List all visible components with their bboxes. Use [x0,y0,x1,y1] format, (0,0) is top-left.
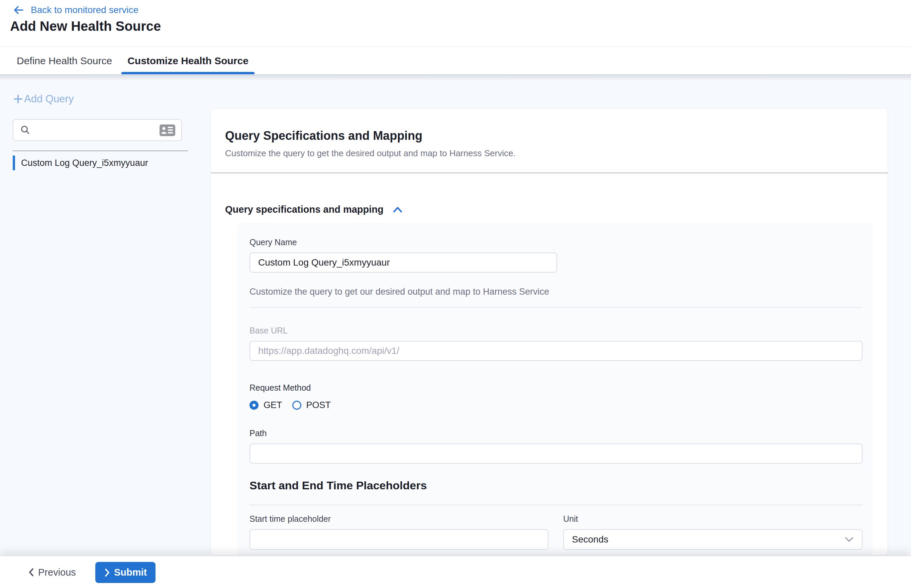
divider [211,173,888,173]
previous-button[interactable]: Previous [28,556,76,588]
time-placeholders-heading: Start and End Time Placeholders [249,479,863,492]
radio-post-label: POST [306,400,331,410]
chevron-up-icon [392,206,403,213]
chevron-left-icon [28,568,34,577]
chevron-right-icon [104,568,110,577]
back-link[interactable]: Back to monitored service [13,5,139,15]
back-link-label: Back to monitored service [31,5,139,15]
radio-get[interactable] [249,401,258,410]
panel-title: Query Specifications and Mapping [225,129,874,143]
add-query-label: Add Query [24,93,74,105]
page-header: Back to monitored service Add New Health… [0,0,911,47]
section-title: Query specifications and mapping [225,204,384,215]
request-method-group: GET POST [249,400,863,410]
sidebar-divider [13,150,188,151]
request-method-label: Request Method [249,383,863,393]
footer-bar: Previous Submit [0,556,911,588]
divider [249,307,863,308]
submit-button-label: Submit [114,567,147,578]
start-time-label: Start time placeholder [249,514,549,524]
radio-post[interactable] [292,401,301,410]
query-spec-panel: Query Name Customize the query to get ou… [238,224,872,556]
query-name-label: Query Name [249,237,863,247]
unit-select[interactable]: Seconds [563,529,863,550]
base-url-input[interactable] [249,341,863,361]
unit-label: Unit [563,514,863,524]
selected-indicator-bar [13,155,15,170]
query-name-input[interactable] [249,252,557,273]
search-icon [20,125,30,135]
plus-icon [13,94,23,104]
radio-get-label: GET [263,400,282,410]
back-arrow-icon [13,5,24,15]
previous-button-label: Previous [38,567,76,578]
panel-subtitle: Customize the query to get the desired o… [225,148,874,158]
page-title: Add New Health Source [10,19,161,34]
submit-button[interactable]: Submit [95,562,155,583]
section-toggle[interactable]: Query specifications and mapping [225,204,403,215]
base-url-label: Base URL [249,326,863,336]
search-input[interactable] [36,125,160,136]
chevron-down-icon [845,536,854,543]
query-list-item[interactable]: Custom Log Query_i5xmyyuaur [13,155,193,171]
query-search-box [13,119,182,141]
tab-customize-health-source[interactable]: Customize Health Source [121,47,255,74]
add-query-button[interactable]: Add Query [13,93,74,105]
tab-bar: Define Health Source Customize Health So… [0,47,911,74]
unit-select-value: Seconds [572,534,608,545]
query-item-label: Custom Log Query_i5xmyyuaur [21,158,148,168]
start-time-input[interactable] [249,529,549,550]
query-mapping-card: Query Specifications and Mapping Customi… [211,108,888,556]
path-label: Path [249,428,863,438]
tab-define-health-source[interactable]: Define Health Source [17,47,112,74]
query-sidebar: Add Query Custom Log Query_i5xmyyuaur [0,74,211,556]
path-input[interactable] [249,444,863,464]
divider [249,505,863,506]
query-name-help: Customize the query to get our desired o… [249,287,863,297]
contact-card-icon [160,124,175,136]
